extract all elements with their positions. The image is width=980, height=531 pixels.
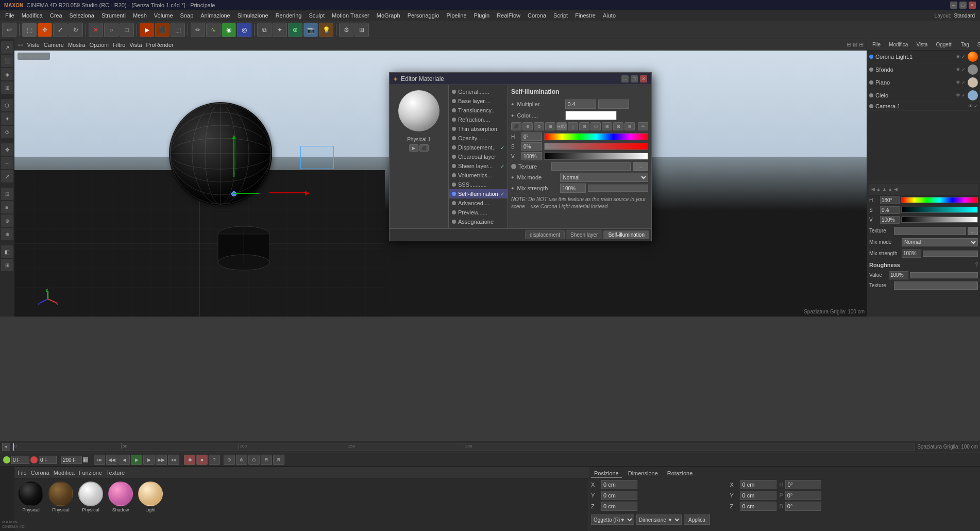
mat-restore-button[interactable]: □ bbox=[631, 75, 638, 82]
obj-corona-light[interactable]: Corona Light.1 👁✓ bbox=[867, 51, 980, 63]
mat-nav-advanced[interactable]: Advanced.... bbox=[449, 198, 508, 208]
tool-misc2[interactable]: ⊞ bbox=[354, 23, 369, 37]
menu-file[interactable]: File bbox=[2, 11, 18, 20]
size-z-input[interactable] bbox=[740, 502, 776, 511]
menu-snap[interactable]: Snap bbox=[177, 11, 197, 20]
mix-strength-slider[interactable] bbox=[588, 185, 648, 192]
tool-scene[interactable]: ⊕ bbox=[288, 23, 302, 37]
tool-green[interactable]: ◉ bbox=[222, 23, 236, 37]
tool-spline[interactable]: ∿ bbox=[206, 23, 221, 37]
om-tab-tag[interactable]: Tag bbox=[958, 41, 972, 48]
coord-tab-pos[interactable]: Posizione bbox=[591, 469, 622, 478]
mat-nav-general[interactable]: General....... bbox=[449, 87, 508, 96]
mat-nav-sss[interactable]: SSS........... bbox=[449, 180, 508, 189]
left-tool-9[interactable]: ↔ bbox=[1, 157, 13, 169]
btn-next-key[interactable]: ▶▶ bbox=[156, 455, 167, 465]
color-btn-9[interactable]: ⊠ bbox=[613, 122, 623, 130]
left-tool-11[interactable]: ⊡ bbox=[1, 188, 13, 200]
om-tab-modifica[interactable]: Modifica bbox=[886, 41, 911, 48]
menu-plugin[interactable]: Plugin bbox=[471, 11, 493, 20]
vp-menu-opzioni[interactable]: Opzioni bbox=[90, 42, 109, 48]
obj-camera[interactable]: Camera.1 👁✓ bbox=[867, 102, 980, 111]
mat-minimize-button[interactable]: ─ bbox=[621, 75, 629, 82]
color-btn-10[interactable]: ⊟ bbox=[624, 122, 635, 130]
coord-z-input[interactable] bbox=[601, 502, 637, 511]
mat-nav-clearcoat[interactable]: Clearcoat layer bbox=[449, 152, 508, 161]
tool-particle[interactable]: ✦ bbox=[273, 23, 287, 37]
tool-blue[interactable]: ◎ bbox=[237, 23, 251, 37]
menu-rendering[interactable]: Rendering bbox=[273, 11, 305, 20]
menu-seleziona[interactable]: Seleziona bbox=[66, 11, 97, 20]
close-button[interactable]: ✕ bbox=[969, 2, 976, 9]
mat-thumb-light[interactable]: Light bbox=[138, 482, 163, 512]
vp-menu-camere[interactable]: Camere bbox=[44, 42, 64, 48]
om-tab-file[interactable]: File bbox=[869, 41, 884, 48]
btn-help[interactable]: ? bbox=[209, 455, 220, 465]
mix-strength-input[interactable] bbox=[560, 184, 586, 193]
size-b-input[interactable] bbox=[785, 502, 821, 511]
size-y-input[interactable] bbox=[740, 491, 776, 500]
menu-motion-tracker[interactable]: Motion Tracker bbox=[329, 11, 373, 20]
prev-control-1[interactable]: ▶ bbox=[409, 144, 418, 152]
menu-volume[interactable]: Volume bbox=[151, 11, 176, 20]
mat-nav-translucency[interactable]: Translucency.. bbox=[449, 106, 508, 115]
left-tool-15[interactable]: ◧ bbox=[1, 245, 13, 258]
coord-tab-rot[interactable]: Rotazione bbox=[664, 469, 696, 478]
color-btn-5[interactable]: | bbox=[568, 122, 578, 130]
tool-light[interactable]: 💡 bbox=[319, 23, 333, 37]
tool-move[interactable]: ✥ bbox=[38, 23, 52, 37]
left-tool-1[interactable]: ↗ bbox=[1, 41, 13, 54]
val-value-input[interactable] bbox=[521, 152, 542, 160]
hue-slider[interactable] bbox=[544, 133, 648, 140]
sat-slider[interactable] bbox=[544, 143, 648, 150]
btn-prev-key[interactable]: ◀◀ bbox=[106, 455, 117, 465]
mat-tab-self-illum[interactable]: Self-illumination bbox=[603, 230, 649, 239]
btn-play[interactable]: ▶ bbox=[131, 455, 142, 465]
transform-arrow-x[interactable] bbox=[269, 192, 306, 193]
menu-crea[interactable]: Crea bbox=[47, 11, 65, 20]
left-tool-3[interactable]: ◈ bbox=[1, 68, 13, 80]
menu-sculpt[interactable]: Sculpt bbox=[306, 11, 328, 20]
btn-to-end[interactable]: ⏭ bbox=[168, 455, 179, 465]
mix-mode-select[interactable]: Normal bbox=[560, 173, 648, 182]
btn-record-all[interactable]: ⏺ bbox=[184, 455, 195, 465]
menu-pipeline[interactable]: Pipeline bbox=[443, 11, 469, 20]
tool-circle[interactable]: ○ bbox=[104, 23, 119, 37]
current-frame-input[interactable] bbox=[11, 456, 29, 464]
left-tool-2[interactable]: ⬛ bbox=[1, 55, 13, 67]
vp-menu-prorender[interactable]: ProRender bbox=[146, 42, 174, 48]
menu-aiuto[interactable]: Aiuto bbox=[600, 11, 619, 20]
bottom-menu-funzione[interactable]: Funzione bbox=[79, 470, 102, 476]
menu-mograph[interactable]: MoGraph bbox=[374, 11, 403, 20]
size-x-input[interactable] bbox=[740, 480, 776, 489]
btn-prev-frame[interactable]: ◀ bbox=[119, 455, 130, 465]
transform-arrow-y[interactable] bbox=[233, 138, 234, 177]
menu-animazione[interactable]: Animazione bbox=[197, 11, 233, 20]
mat-thumb-white[interactable]: Physical bbox=[78, 482, 103, 512]
color-radio[interactable]: ● bbox=[511, 113, 514, 118]
menu-script[interactable]: Script bbox=[550, 11, 571, 20]
mat-thumb-brown[interactable]: Physical bbox=[48, 482, 73, 512]
btn-render-2[interactable]: R bbox=[273, 455, 284, 465]
color-btn-7[interactable]: ⬡ bbox=[590, 122, 601, 130]
color-btn-2[interactable]: ⊕ bbox=[522, 122, 533, 130]
mix-mode-select-right[interactable]: Normal bbox=[902, 238, 978, 246]
tool-camera[interactable]: 📷 bbox=[303, 23, 318, 37]
tool-x[interactable]: ✕ bbox=[89, 23, 103, 37]
mat-thumb-black[interactable]: Physical bbox=[19, 482, 43, 512]
left-tool-13[interactable]: ⊗ bbox=[1, 214, 13, 227]
roughness-val-input[interactable] bbox=[889, 271, 908, 279]
tool-rotate[interactable]: ↻ bbox=[69, 23, 83, 37]
color-swatch[interactable] bbox=[565, 111, 617, 120]
roughness-tex-bar[interactable] bbox=[894, 281, 978, 290]
left-tool-6[interactable]: ✦ bbox=[1, 112, 13, 125]
playhead[interactable] bbox=[13, 443, 14, 451]
menu-corona[interactable]: Corona bbox=[525, 11, 549, 20]
tl-btn-1[interactable]: ● bbox=[2, 443, 10, 451]
tool-deform[interactable]: ⧉ bbox=[257, 23, 272, 37]
tool-paint[interactable]: ✏ bbox=[191, 23, 205, 37]
mat-nav-refraction[interactable]: Refraction.... bbox=[449, 115, 508, 124]
color-btn-1[interactable]: ⬛ bbox=[511, 122, 521, 130]
obj-sfondo[interactable]: Sfondo 👁✓ bbox=[867, 63, 980, 76]
hsv-h-input-right[interactable] bbox=[880, 196, 900, 204]
